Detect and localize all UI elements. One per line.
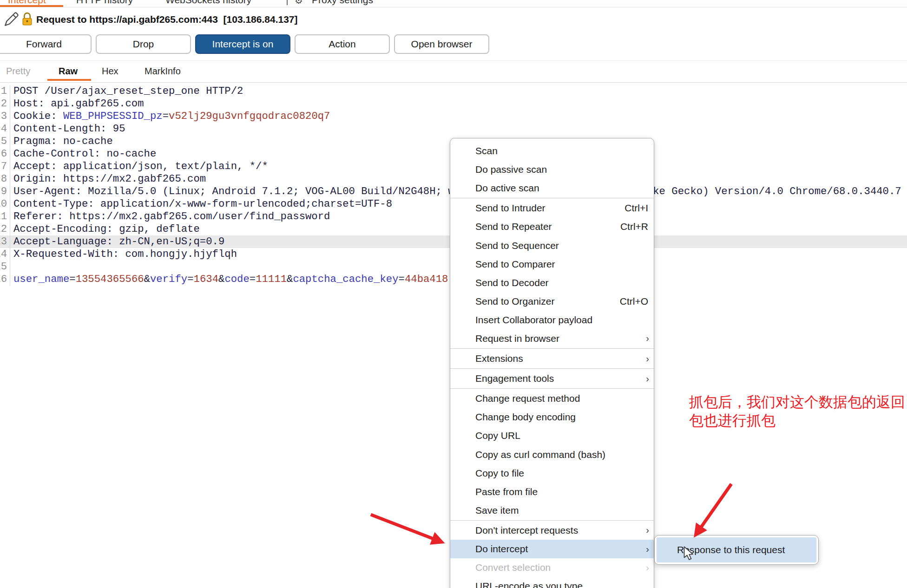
plain-text: = [187, 273, 193, 285]
line-text: Pragma: no-cache [10, 135, 113, 148]
menu-separator [450, 198, 654, 198]
menu-separator [450, 388, 654, 389]
request-line-1: 1POST /User/ajax_reset_step_one HTTP/2 [0, 85, 907, 98]
line-number: 11 [0, 210, 10, 223]
line-number: 4 [0, 123, 10, 135]
menu-item-do-passive-scan[interactable]: Do passive scan [450, 160, 654, 179]
menu-item-paste-from-file[interactable]: Paste from file [450, 483, 654, 501]
request-info-bar: Request to https://api.gabf265.com:443 [… [0, 7, 907, 32]
menu-item-copy-url[interactable]: Copy URL [450, 426, 654, 445]
submenu-chevron-icon: › [642, 353, 649, 364]
tls-lock-icon [21, 12, 33, 28]
menu-item-send-to-comparer[interactable]: Send to Comparer [450, 255, 654, 274]
tab-intercept[interactable]: Intercept [8, 0, 46, 6]
tab-http-history[interactable]: HTTP history [76, 0, 133, 6]
menu-item-change-body-encoding[interactable]: Change body encoding [450, 408, 654, 426]
menu-item-do-intercept[interactable]: Do intercept› [450, 540, 654, 558]
menu-item-copy-to-file[interactable]: Copy to file [450, 464, 654, 483]
line-number-text: 7 [1, 160, 7, 173]
view-tab-pretty[interactable]: Pretty [6, 66, 30, 77]
menu-item-do-active-scan[interactable]: Do active scan [450, 179, 654, 197]
line-text: Cache-Control: no-cache [10, 148, 156, 160]
line-number-text: 4 [1, 123, 7, 135]
param-value: 11111 [256, 273, 287, 285]
menu-item-label: Send to Intruder [475, 203, 624, 214]
menu-item-label: Save item [475, 505, 649, 516]
view-tab-hex[interactable]: Hex [102, 66, 118, 77]
line-number-text: 5 [1, 135, 7, 148]
drop-button[interactable]: Drop [96, 34, 191, 54]
forward-button[interactable]: Forward [0, 34, 92, 54]
menu-item-change-request-method[interactable]: Change request method [450, 389, 654, 408]
line-number-text: 12 [0, 223, 7, 235]
view-tab-markinfo[interactable]: MarkInfo [145, 66, 181, 77]
intercept-is-on-button[interactable]: Intercept is on [195, 34, 290, 54]
line-number: 3 [0, 110, 10, 123]
view-tab-raw[interactable]: Raw [59, 66, 78, 77]
menu-item-convert-selection: Convert selection› [450, 558, 654, 577]
tab-separator [287, 0, 288, 5]
menu-item-shortcut: Ctrl+O [620, 296, 648, 307]
param-value: 13554365566 [76, 273, 144, 285]
line-number: 12 [0, 223, 10, 235]
param-name: WEB_PHPSESSID_pz [63, 110, 163, 122]
request-title: Request to https://api.gabf265.com:443 [… [36, 14, 298, 25]
request-line-3: 3Cookie: WEB_PHPSESSID_pz=v52lj29gu3vnfg… [0, 110, 907, 123]
menu-item-send-to-decoder[interactable]: Send to Decoder [450, 274, 654, 292]
plain-text: Cache-Control: no-cache [13, 148, 156, 160]
menu-item-copy-as-curl-command-bash[interactable]: Copy as curl command (bash) [450, 445, 654, 464]
menu-item-extensions[interactable]: Extensions› [450, 349, 654, 368]
menu-item-label: Do active scan [475, 183, 649, 194]
tab-proxy-settings[interactable]: Proxy settings [312, 0, 373, 6]
menu-item-label: Do passive scan [475, 164, 649, 175]
menu-item-request-in-browser[interactable]: Request in browser› [450, 329, 654, 348]
menu-item-insert-collaborator-payload[interactable]: Insert Collaborator payload [450, 311, 654, 329]
line-number-text: 8 [1, 173, 7, 185]
line-number: 16 [0, 273, 10, 286]
menu-item-send-to-organizer[interactable]: Send to OrganizerCtrl+O [450, 292, 654, 311]
tab-websockets-history[interactable]: WebSockets history [165, 0, 251, 6]
menu-item-engagement-tools[interactable]: Engagement tools› [450, 369, 654, 388]
request-line-2: 2Host: api.gabf265.com [0, 98, 907, 110]
menu-item-send-to-repeater[interactable]: Send to RepeaterCtrl+R [450, 217, 654, 236]
plain-text: & [218, 273, 224, 285]
line-number-text: 3 [1, 110, 7, 123]
submenu-chevron-icon: › [642, 562, 649, 573]
menu-item-send-to-sequencer[interactable]: Send to Sequencer [450, 236, 654, 255]
open-browser-button[interactable]: Open browser [394, 34, 489, 54]
menu-item-url-encode-as-you-type[interactable]: URL-encode as you type [450, 577, 654, 588]
menu-item-scan[interactable]: Scan [450, 142, 654, 160]
menu-item-label: Send to Comparer [475, 259, 649, 270]
param-name: verify [150, 273, 187, 285]
menu-item-save-item[interactable]: Save item [450, 501, 654, 520]
plain-text: POST /User/ajax_reset_step_one HTTP/2 [13, 85, 243, 97]
menu-item-response-to-this-request[interactable]: Response to this request [657, 537, 816, 562]
request-line-4: 4Content-Length: 95 [0, 123, 907, 135]
toolbar-divider [0, 60, 907, 61]
param-value: 44ba418 [405, 273, 448, 285]
line-number-text: 16 [0, 273, 7, 286]
line-text [10, 261, 13, 273]
plain-text: = [163, 110, 169, 122]
context-menu: ScanDo passive scanDo active scanSend to… [450, 138, 654, 588]
line-text: Content-Length: 95 [10, 123, 125, 135]
action-button[interactable]: Action [295, 34, 390, 54]
menu-item-send-to-intruder[interactable]: Send to IntruderCtrl+I [450, 199, 654, 217]
line-number: 8 [0, 173, 10, 185]
menu-item-label: Copy to file [475, 468, 649, 479]
menu-item-label: Send to Repeater [475, 221, 620, 232]
line-number: 1 [0, 85, 10, 98]
plain-text: Accept: application/json, text/plain, */… [13, 160, 268, 172]
line-text: Content-Type: application/x-www-form-url… [10, 198, 392, 210]
line-number-text: 14 [0, 248, 7, 261]
plain-text: Content-Length: 95 [13, 123, 125, 135]
line-number: 6 [0, 148, 10, 160]
line-number: 13 [0, 235, 10, 248]
menu-separator [450, 368, 654, 369]
menu-item-label: Copy as curl command (bash) [475, 449, 649, 460]
intercept-toolbar: ForwardDropIntercept is onActionOpen bro… [0, 34, 489, 54]
line-number-text: 6 [1, 148, 7, 160]
line-text: Accept: application/json, text/plain, */… [10, 160, 268, 173]
submenu-chevron-icon: › [642, 525, 649, 536]
menu-item-don-t-intercept-requests[interactable]: Don't intercept requests› [450, 521, 654, 540]
